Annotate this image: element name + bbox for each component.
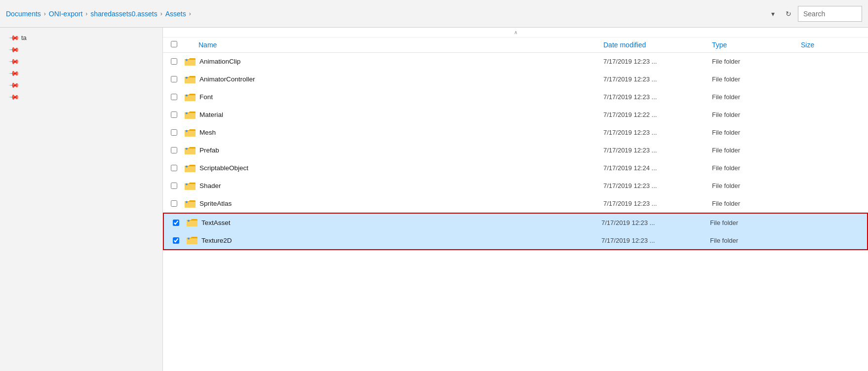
row-checkbox[interactable] xyxy=(173,220,187,226)
folder-icon xyxy=(185,75,196,84)
row-date: 7/17/2019 12:23 ... xyxy=(603,129,712,136)
file-checkbox[interactable] xyxy=(171,183,177,189)
sidebar-item-4[interactable]: 📌 xyxy=(0,67,162,79)
row-type: File folder xyxy=(712,75,801,83)
svg-point-19 xyxy=(186,130,188,132)
refresh-button[interactable]: ↻ xyxy=(781,7,796,20)
sidebar-item-ta[interactable]: 📌 ta xyxy=(0,32,162,43)
sidebar-item-5[interactable]: 📌 xyxy=(0,79,162,91)
pin-icon-5: 📌 xyxy=(8,79,20,90)
row-checkbox[interactable] xyxy=(171,58,185,65)
breadcrumb-item-oni[interactable]: ONI-export xyxy=(49,10,82,18)
svg-point-15 xyxy=(186,112,188,114)
file-checkbox[interactable] xyxy=(171,76,177,82)
row-type: File folder xyxy=(712,58,801,65)
file-name: Font xyxy=(199,93,213,101)
row-date: 7/17/2019 12:23 ... xyxy=(601,219,710,226)
table-row[interactable]: ScriptableObject7/17/2019 12:24 ...File … xyxy=(163,159,868,177)
row-checkbox[interactable] xyxy=(171,76,185,82)
file-name: AnimatorController xyxy=(199,75,255,83)
folder-icon xyxy=(185,57,196,66)
row-name: Texture2D xyxy=(187,236,601,245)
row-name: Material xyxy=(185,111,603,119)
file-checkbox[interactable] xyxy=(171,200,177,207)
col-header-type[interactable]: Type xyxy=(712,41,801,49)
row-checkbox[interactable] xyxy=(171,147,185,153)
table-row[interactable]: Mesh7/17/2019 12:23 ...File folder xyxy=(163,124,868,142)
table-row[interactable]: Prefab7/17/2019 12:23 ...File folder xyxy=(163,142,868,159)
folder-icon xyxy=(185,164,196,173)
table-row[interactable]: TextAsset7/17/2019 12:23 ...File folder xyxy=(164,214,867,231)
file-checkbox[interactable] xyxy=(173,220,179,226)
row-type: File folder xyxy=(710,237,799,244)
file-checkbox[interactable] xyxy=(171,129,177,136)
folder-icon xyxy=(187,218,197,227)
collapse-arrow[interactable]: ∧ xyxy=(163,28,868,37)
pin-icon-4: 📌 xyxy=(8,67,20,78)
row-date: 7/17/2019 12:23 ... xyxy=(603,75,712,83)
row-checkbox[interactable] xyxy=(171,129,185,136)
pin-icon: 📌 xyxy=(8,32,20,43)
sidebar-item-3[interactable]: 📌 xyxy=(0,55,162,67)
col-header-name[interactable]: Name xyxy=(185,41,603,49)
row-checkbox[interactable] xyxy=(171,200,185,207)
breadcrumb-item-assets[interactable]: Assets xyxy=(165,10,186,18)
file-checkbox[interactable] xyxy=(171,165,177,171)
file-checkbox[interactable] xyxy=(171,111,177,118)
svg-point-23 xyxy=(186,148,188,149)
search-box[interactable]: Search xyxy=(798,6,862,22)
svg-point-3 xyxy=(186,59,188,61)
folder-icon xyxy=(185,93,196,102)
table-row[interactable]: SpriteAtlas7/17/2019 12:23 ...File folde… xyxy=(163,195,868,213)
row-date: 7/17/2019 12:23 ... xyxy=(603,147,712,154)
breadcrumb-item-documents[interactable]: Documents xyxy=(6,10,41,18)
pin-icon-6: 📌 xyxy=(8,91,20,102)
table-row[interactable]: AnimatorController7/17/2019 12:23 ...Fil… xyxy=(163,71,868,88)
row-checkbox[interactable] xyxy=(171,165,185,171)
row-date: 7/17/2019 12:24 ... xyxy=(603,164,712,172)
select-all-checkbox[interactable] xyxy=(171,41,177,47)
main-layout: 📌 ta 📌 📌 📌 📌 📌 ∧ Name xyxy=(0,28,868,371)
table-row[interactable]: Texture2D7/17/2019 12:23 ...File folder xyxy=(164,231,867,249)
row-type: File folder xyxy=(712,111,801,118)
file-checkbox[interactable] xyxy=(171,58,177,65)
row-name: Shader xyxy=(185,182,603,190)
svg-point-11 xyxy=(186,94,188,96)
col-header-size[interactable]: Size xyxy=(801,41,860,49)
row-type: File folder xyxy=(712,164,801,172)
pin-icon-3: 📌 xyxy=(8,55,20,67)
table-row[interactable]: Material7/17/2019 12:22 ...File folder xyxy=(163,106,868,124)
row-checkbox[interactable] xyxy=(171,183,185,189)
file-checkbox[interactable] xyxy=(171,94,177,100)
table-row[interactable]: AnimationClip7/17/2019 12:23 ...File fol… xyxy=(163,53,868,71)
col-header-date[interactable]: Date modified xyxy=(603,41,712,49)
table-row[interactable]: Shader7/17/2019 12:23 ...File folder xyxy=(163,177,868,195)
folder-icon xyxy=(185,182,196,190)
row-checkbox[interactable] xyxy=(171,111,185,118)
column-headers: Name Date modified Type Size xyxy=(163,37,868,53)
file-checkbox[interactable] xyxy=(173,237,179,244)
row-name: AnimationClip xyxy=(185,57,603,66)
folder-icon xyxy=(185,111,196,119)
file-name: Texture2D xyxy=(201,237,232,244)
file-checkbox[interactable] xyxy=(171,147,177,153)
row-type: File folder xyxy=(712,147,801,154)
row-checkbox[interactable] xyxy=(171,94,185,100)
row-checkbox[interactable] xyxy=(173,237,187,244)
sidebar-item-6[interactable]: 📌 xyxy=(0,91,162,103)
row-date: 7/17/2019 12:22 ... xyxy=(603,111,712,118)
file-name: TextAsset xyxy=(201,219,231,226)
file-name: Prefab xyxy=(199,147,219,154)
row-type: File folder xyxy=(712,200,801,207)
sidebar-item-2[interactable]: 📌 xyxy=(0,43,162,55)
header-checkbox[interactable] xyxy=(171,40,185,49)
row-type: File folder xyxy=(712,182,801,189)
breadcrumb-item-shared[interactable]: sharedassets0.assets xyxy=(90,10,157,18)
sidebar-item-label: ta xyxy=(21,34,27,41)
folder-icon xyxy=(185,146,196,155)
svg-point-43 xyxy=(188,238,190,240)
selection-box: TextAsset7/17/2019 12:23 ...File folder … xyxy=(163,213,868,250)
file-name: ScriptableObject xyxy=(199,164,248,172)
dropdown-button[interactable]: ▾ xyxy=(767,7,779,20)
table-row[interactable]: Font7/17/2019 12:23 ...File folder xyxy=(163,88,868,106)
